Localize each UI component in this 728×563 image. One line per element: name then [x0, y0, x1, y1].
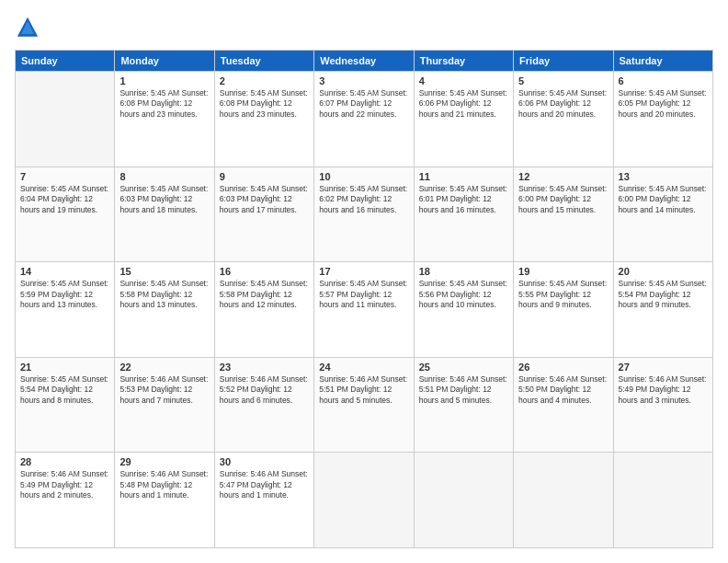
day-number: 15 — [119, 266, 209, 277]
calendar-cell: 19Sunrise: 5:45 AM Sunset: 5:55 PM Dayli… — [514, 262, 613, 358]
day-info: Sunrise: 5:46 AM Sunset: 5:47 PM Dayligh… — [220, 469, 309, 500]
day-info: Sunrise: 5:45 AM Sunset: 6:01 PM Dayligh… — [419, 184, 508, 215]
calendar-cell: 5Sunrise: 5:45 AM Sunset: 6:06 PM Daylig… — [514, 72, 613, 167]
day-number: 4 — [419, 75, 508, 86]
week-row-1: 1Sunrise: 5:45 AM Sunset: 6:08 PM Daylig… — [16, 72, 713, 167]
day-info: Sunrise: 5:45 AM Sunset: 6:05 PM Dayligh… — [619, 88, 708, 120]
week-row-4: 21Sunrise: 5:45 AM Sunset: 5:54 PM Dayli… — [16, 357, 713, 453]
day-info: Sunrise: 5:46 AM Sunset: 5:49 PM Dayligh… — [20, 469, 109, 500]
calendar-cell: 18Sunrise: 5:45 AM Sunset: 5:56 PM Dayli… — [414, 262, 513, 358]
calendar-cell: 12Sunrise: 5:45 AM Sunset: 6:00 PM Dayli… — [514, 167, 613, 262]
day-info: Sunrise: 5:45 AM Sunset: 6:08 PM Dayligh… — [119, 88, 209, 120]
calendar-cell: 2Sunrise: 5:45 AM Sunset: 6:08 PM Daylig… — [214, 72, 313, 167]
calendar-cell — [514, 453, 613, 548]
calendar-body: 1Sunrise: 5:45 AM Sunset: 6:08 PM Daylig… — [16, 72, 713, 548]
day-number: 21 — [20, 362, 109, 373]
day-info: Sunrise: 5:46 AM Sunset: 5:53 PM Dayligh… — [119, 374, 209, 406]
day-number: 26 — [518, 362, 608, 373]
day-info: Sunrise: 5:45 AM Sunset: 5:54 PM Dayligh… — [20, 374, 109, 406]
calendar-cell: 7Sunrise: 5:45 AM Sunset: 6:04 PM Daylig… — [16, 167, 115, 262]
day-number: 3 — [319, 75, 408, 86]
day-number: 2 — [220, 75, 309, 86]
day-info: Sunrise: 5:45 AM Sunset: 6:03 PM Dayligh… — [220, 184, 309, 215]
weekday-header-friday: Friday — [514, 51, 613, 72]
day-info: Sunrise: 5:45 AM Sunset: 5:56 PM Dayligh… — [419, 279, 508, 310]
calendar-cell: 4Sunrise: 5:45 AM Sunset: 6:06 PM Daylig… — [414, 72, 513, 167]
calendar-cell: 9Sunrise: 5:45 AM Sunset: 6:03 PM Daylig… — [214, 167, 313, 262]
day-number: 13 — [619, 171, 708, 182]
day-number: 22 — [119, 362, 209, 373]
day-info: Sunrise: 5:45 AM Sunset: 5:54 PM Dayligh… — [619, 279, 708, 310]
weekday-header: SundayMondayTuesdayWednesdayThursdayFrid… — [16, 51, 713, 72]
calendar-cell: 22Sunrise: 5:46 AM Sunset: 5:53 PM Dayli… — [115, 357, 214, 453]
day-info: Sunrise: 5:45 AM Sunset: 5:55 PM Dayligh… — [518, 279, 608, 310]
day-info: Sunrise: 5:45 AM Sunset: 6:02 PM Dayligh… — [319, 184, 408, 215]
day-number: 20 — [619, 266, 708, 277]
day-number: 6 — [619, 75, 708, 86]
day-number: 29 — [119, 456, 209, 467]
calendar-cell: 17Sunrise: 5:45 AM Sunset: 5:57 PM Dayli… — [314, 262, 414, 358]
day-number: 7 — [20, 171, 109, 182]
calendar-cell — [16, 72, 115, 167]
day-info: Sunrise: 5:45 AM Sunset: 6:06 PM Dayligh… — [518, 88, 608, 120]
calendar-table: SundayMondayTuesdayWednesdayThursdayFrid… — [15, 50, 713, 548]
day-info: Sunrise: 5:45 AM Sunset: 6:06 PM Dayligh… — [419, 88, 508, 120]
day-info: Sunrise: 5:46 AM Sunset: 5:50 PM Dayligh… — [518, 374, 608, 406]
day-info: Sunrise: 5:45 AM Sunset: 6:03 PM Dayligh… — [119, 184, 209, 215]
day-number: 1 — [119, 75, 209, 86]
day-number: 16 — [220, 266, 309, 277]
day-number: 18 — [419, 266, 508, 277]
day-info: Sunrise: 5:46 AM Sunset: 5:48 PM Dayligh… — [119, 469, 209, 500]
day-number: 9 — [220, 171, 309, 182]
day-info: Sunrise: 5:45 AM Sunset: 6:00 PM Dayligh… — [619, 184, 708, 215]
weekday-header-monday: Monday — [115, 51, 214, 72]
week-row-2: 7Sunrise: 5:45 AM Sunset: 6:04 PM Daylig… — [16, 167, 713, 262]
weekday-header-sunday: Sunday — [16, 51, 115, 72]
calendar-cell — [314, 453, 414, 548]
day-number: 11 — [419, 171, 508, 182]
day-number: 12 — [518, 171, 608, 182]
calendar-cell: 27Sunrise: 5:46 AM Sunset: 5:49 PM Dayli… — [613, 357, 712, 453]
day-number: 19 — [518, 266, 608, 277]
day-info: Sunrise: 5:45 AM Sunset: 6:07 PM Dayligh… — [319, 88, 408, 120]
weekday-header-tuesday: Tuesday — [214, 51, 313, 72]
day-number: 10 — [319, 171, 408, 182]
calendar-cell: 26Sunrise: 5:46 AM Sunset: 5:50 PM Dayli… — [514, 357, 613, 453]
day-info: Sunrise: 5:45 AM Sunset: 5:58 PM Dayligh… — [119, 279, 209, 310]
day-number: 30 — [220, 456, 309, 467]
calendar-cell: 14Sunrise: 5:45 AM Sunset: 5:59 PM Dayli… — [16, 262, 115, 358]
day-number: 23 — [220, 362, 309, 373]
calendar-cell: 1Sunrise: 5:45 AM Sunset: 6:08 PM Daylig… — [115, 72, 214, 167]
day-number: 25 — [419, 362, 508, 373]
logo — [15, 15, 44, 40]
calendar-cell: 28Sunrise: 5:46 AM Sunset: 5:49 PM Dayli… — [16, 453, 115, 548]
calendar-cell: 11Sunrise: 5:45 AM Sunset: 6:01 PM Dayli… — [414, 167, 513, 262]
week-row-3: 14Sunrise: 5:45 AM Sunset: 5:59 PM Dayli… — [16, 262, 713, 358]
day-info: Sunrise: 5:46 AM Sunset: 5:52 PM Dayligh… — [220, 374, 309, 406]
day-info: Sunrise: 5:45 AM Sunset: 6:00 PM Dayligh… — [518, 184, 608, 215]
calendar-cell: 23Sunrise: 5:46 AM Sunset: 5:52 PM Dayli… — [214, 357, 313, 453]
week-row-5: 28Sunrise: 5:46 AM Sunset: 5:49 PM Dayli… — [16, 453, 713, 548]
calendar-cell: 6Sunrise: 5:45 AM Sunset: 6:05 PM Daylig… — [613, 72, 712, 167]
calendar-cell: 30Sunrise: 5:46 AM Sunset: 5:47 PM Dayli… — [214, 453, 313, 548]
calendar-cell: 29Sunrise: 5:46 AM Sunset: 5:48 PM Dayli… — [115, 453, 214, 548]
day-info: Sunrise: 5:45 AM Sunset: 5:57 PM Dayligh… — [319, 279, 408, 310]
calendar-cell: 3Sunrise: 5:45 AM Sunset: 6:07 PM Daylig… — [314, 72, 414, 167]
page: SundayMondayTuesdayWednesdayThursdayFrid… — [0, 0, 728, 563]
weekday-header-wednesday: Wednesday — [314, 51, 414, 72]
day-info: Sunrise: 5:45 AM Sunset: 6:08 PM Dayligh… — [220, 88, 309, 120]
day-number: 27 — [619, 362, 708, 373]
day-number: 28 — [20, 456, 109, 467]
day-number: 14 — [20, 266, 109, 277]
day-number: 17 — [319, 266, 408, 277]
calendar-cell: 13Sunrise: 5:45 AM Sunset: 6:00 PM Dayli… — [613, 167, 712, 262]
day-info: Sunrise: 5:45 AM Sunset: 5:58 PM Dayligh… — [220, 279, 309, 310]
logo-icon — [15, 15, 40, 40]
calendar-cell: 8Sunrise: 5:45 AM Sunset: 6:03 PM Daylig… — [115, 167, 214, 262]
calendar-cell: 15Sunrise: 5:45 AM Sunset: 5:58 PM Dayli… — [115, 262, 214, 358]
weekday-header-saturday: Saturday — [613, 51, 712, 72]
day-info: Sunrise: 5:46 AM Sunset: 5:51 PM Dayligh… — [319, 374, 408, 406]
day-number: 5 — [518, 75, 608, 86]
day-info: Sunrise: 5:46 AM Sunset: 5:51 PM Dayligh… — [419, 374, 508, 406]
calendar-cell: 21Sunrise: 5:45 AM Sunset: 5:54 PM Dayli… — [16, 357, 115, 453]
